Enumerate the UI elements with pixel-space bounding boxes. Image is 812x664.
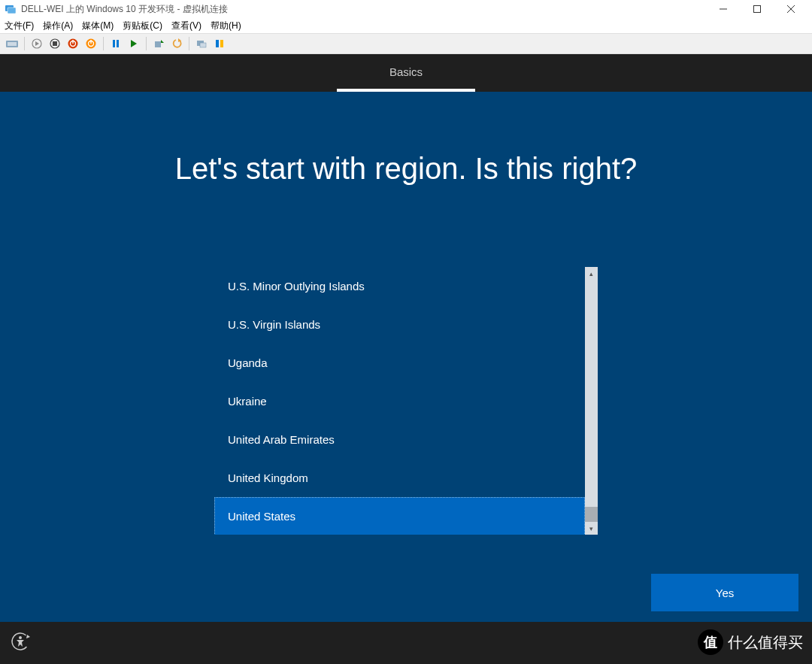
list-item-selected[interactable]: United States [214, 497, 585, 535]
scroll-down-icon[interactable]: ▾ [585, 522, 598, 535]
svg-point-30 [19, 636, 22, 639]
share-icon[interactable] [212, 36, 227, 51]
oobe-header: Basics [0, 54, 812, 92]
revert-icon[interactable] [169, 36, 184, 51]
region-list-box: U.S. Minor Outlying Islands U.S. Virgin … [214, 267, 598, 535]
watermark: 值 什么值得买 [698, 629, 803, 655]
vm-display: Basics Let's start with region. Is this … [0, 54, 812, 664]
pause-icon[interactable] [108, 36, 123, 51]
svg-rect-18 [113, 40, 115, 47]
menu-view[interactable]: 查看(V) [171, 20, 201, 32]
list-item[interactable]: United Arab Emirates [214, 420, 585, 459]
enhanced-session-icon[interactable] [194, 36, 209, 51]
scrollbar-thumb[interactable] [585, 507, 598, 522]
start-icon[interactable] [29, 36, 44, 51]
svg-marker-9 [35, 41, 39, 46]
svg-rect-3 [753, 6, 760, 13]
save-icon[interactable] [83, 36, 98, 51]
oobe-body: Let's start with region. Is this right? … [0, 92, 812, 622]
host-toolbar [0, 33, 812, 54]
window-title: DELL-WEI 上的 Windows 10 开发环境 - 虚拟机连接 [21, 3, 228, 16]
maximize-button[interactable] [740, 0, 774, 18]
svg-rect-26 [216, 40, 219, 47]
menu-help[interactable]: 帮助(H) [211, 20, 241, 32]
yes-button[interactable]: Yes [651, 574, 798, 611]
close-button[interactable] [774, 0, 807, 18]
list-item[interactable]: Ukraine [214, 382, 585, 420]
shutdown-icon[interactable] [65, 36, 80, 51]
list-item[interactable]: United Kingdom [214, 459, 585, 497]
list-item[interactable]: U.S. Virgin Islands [214, 305, 585, 344]
ctrl-alt-del-icon[interactable] [5, 36, 20, 51]
host-titlebar: DELL-WEI 上的 Windows 10 开发环境 - 虚拟机连接 [0, 0, 812, 18]
checkpoint-icon[interactable] [151, 36, 166, 51]
list-item[interactable]: Uganda [214, 344, 585, 382]
oobe-footer [0, 622, 812, 664]
svg-rect-27 [220, 40, 223, 47]
turn-off-icon[interactable] [47, 36, 62, 51]
svg-marker-20 [131, 40, 137, 47]
svg-rect-21 [155, 41, 161, 47]
svg-marker-29 [26, 635, 30, 638]
watermark-badge: 值 [698, 629, 723, 655]
svg-rect-19 [117, 40, 119, 47]
region-list[interactable]: U.S. Minor Outlying Islands U.S. Virgin … [214, 267, 585, 535]
watermark-text: 什么值得买 [728, 632, 803, 653]
ease-of-access-icon[interactable] [11, 632, 30, 654]
svg-rect-7 [8, 42, 17, 46]
scroll-up-icon[interactable]: ▴ [585, 267, 598, 280]
vm-connect-icon [5, 3, 17, 15]
menu-action[interactable]: 操作(A) [43, 20, 73, 32]
host-menubar: 文件(F) 操作(A) 媒体(M) 剪贴板(C) 查看(V) 帮助(H) [0, 18, 812, 33]
menu-clipboard[interactable]: 剪贴板(C) [123, 20, 162, 32]
list-item[interactable]: U.S. Minor Outlying Islands [214, 267, 585, 305]
menu-media[interactable]: 媒体(M) [82, 20, 114, 32]
reset-icon[interactable] [126, 36, 141, 51]
tab-basics[interactable]: Basics [337, 54, 475, 92]
svg-rect-1 [8, 8, 16, 14]
svg-marker-22 [161, 40, 164, 43]
svg-rect-25 [200, 43, 206, 47]
menu-file[interactable]: 文件(F) [5, 20, 34, 32]
minimize-button[interactable] [706, 0, 740, 18]
svg-rect-11 [53, 41, 57, 46]
oobe-heading: Let's start with region. Is this right? [175, 152, 638, 186]
scrollbar[interactable]: ▴ ▾ [585, 267, 598, 535]
